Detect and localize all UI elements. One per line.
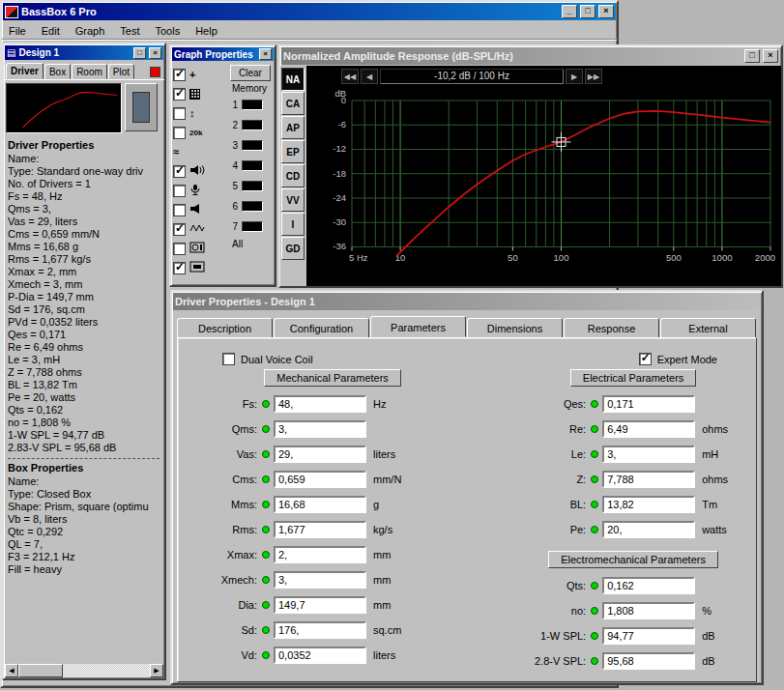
dialog-titlebar[interactable]: Driver Properties - Design 1 [173,293,761,310]
param-input-28v-spl[interactable] [602,652,695,670]
memory-swatch[interactable] [242,100,263,110]
memory-swatch[interactable] [242,221,263,232]
param-input-1w-spl[interactable] [602,627,695,645]
cursor-skip-left-icon[interactable]: ◀◀ [341,69,359,84]
close-icon[interactable]: × [149,47,161,59]
memory-swatch[interactable] [242,160,263,171]
graph-type-gd[interactable]: GD [281,237,305,260]
menu-test[interactable]: Test [120,25,139,36]
memory-swatch[interactable] [242,181,263,191]
plot-color-swatch[interactable] [150,67,160,77]
range-20k-checkbox[interactable] [173,127,186,139]
graphprops-titlebar[interactable]: Graph Properties × [172,47,274,61]
memory-slot[interactable]: 3 [230,135,263,156]
param-input-dia[interactable] [274,596,366,614]
param-input-le[interactable] [602,446,695,463]
memory-swatch[interactable] [242,120,263,130]
graph-type-vv[interactable]: VV [281,188,305,212]
maximize-icon[interactable]: □ [580,5,595,18]
param-input-vd[interactable] [274,647,366,664]
param-input-re[interactable] [602,420,695,438]
speaker-port-checkbox[interactable] [173,243,186,255]
memory-slot[interactable]: 1 [230,95,263,115]
param-input-vas[interactable] [274,446,366,463]
speaker-alt-checkbox[interactable] [173,204,186,216]
microphone-checkbox[interactable] [173,185,186,197]
param-input-qes[interactable] [602,395,695,413]
graph-type-cd[interactable]: CD [281,164,305,187]
response-thumbnail[interactable] [6,83,122,133]
param-input-xmech[interactable] [274,571,366,589]
tab-room[interactable]: Room [72,64,107,79]
graph-type-ep[interactable]: EP [281,140,305,163]
memory-slot[interactable]: 4 [230,156,263,176]
param-input-pe[interactable] [602,521,695,538]
tab-box[interactable]: Box [44,64,71,79]
fit-vertical-checkbox[interactable] [173,107,186,120]
tab-plot[interactable]: Plot [108,64,134,79]
smoothing-icon[interactable]: ≈ [173,147,179,158]
grid-checkbox[interactable] [173,88,186,101]
graph-type-na[interactable]: NA [281,68,305,91]
memory-slot[interactable]: 2 [230,115,263,135]
dual-voice-coil-checkbox[interactable] [222,353,235,365]
graph-type-ap[interactable]: AP [281,116,305,139]
tab-dimensions[interactable]: Dimensions [467,318,563,339]
response-chart[interactable]: 0-6-12-18-24-30-36dB5 Hz1050100500100020… [307,87,780,284]
expert-mode-option[interactable]: Expert Mode [639,353,717,365]
close-icon[interactable]: × [259,48,272,60]
memory-slot[interactable]: 7 [230,216,263,237]
impedance-checkbox[interactable] [173,223,186,236]
param-input-sd[interactable] [274,621,366,639]
param-input-no[interactable] [602,602,695,619]
graph-type-ca[interactable]: CA [281,92,305,115]
param-input-fs[interactable] [274,395,366,413]
tab-driver[interactable]: Driver [6,63,44,79]
expert-mode-checkbox[interactable] [639,353,652,365]
dock-icon[interactable]: □ [133,47,146,59]
menu-graph[interactable]: Graph [75,25,105,36]
memory-swatch[interactable] [242,201,263,212]
graph-titlebar[interactable]: Normalized Amplitude Response (dB-SPL/Hz… [281,47,780,65]
tab-description[interactable]: Description [177,318,273,339]
close-icon[interactable]: × [598,5,614,18]
memory-slot[interactable]: 5 [230,176,263,196]
scroll-left-icon[interactable]: ◀ [5,664,18,677]
memory-swatch[interactable] [242,140,263,151]
tab-configuration[interactable]: Configuration [274,318,369,339]
menu-file[interactable]: File [9,25,26,36]
param-input-xmax[interactable] [274,546,366,563]
param-input-mms[interactable] [274,496,366,513]
param-input-z[interactable] [602,471,695,488]
clear-button[interactable]: Clear [230,65,271,81]
tab-external[interactable]: External [660,318,756,339]
restore-icon[interactable]: □ [744,49,760,63]
box-vent-checkbox[interactable] [173,262,186,274]
horizontal-scrollbar[interactable]: ◀ ▶ [5,664,163,677]
scroll-right-icon[interactable]: ▶ [150,664,163,677]
crosshair-checkbox[interactable] [173,69,186,81]
param-input-qms[interactable] [274,420,366,438]
param-input-bl[interactable] [602,496,695,513]
dual-voice-coil-option[interactable]: Dual Voice Coil [222,353,313,365]
scrollbar-thumb[interactable] [18,664,63,677]
memory-all-label[interactable]: All [232,239,243,249]
design-titlebar[interactable]: ▤ Design 1 □ × [5,45,163,60]
minimize-icon[interactable]: _ [562,5,577,18]
cursor-step-right-icon[interactable]: ▶ [566,69,583,84]
menu-help[interactable]: Help [195,25,218,36]
tab-parameters[interactable]: Parameters [370,316,466,337]
memory-slot[interactable]: 6 [230,196,263,216]
param-input-qts[interactable] [602,577,695,594]
cursor-skip-right-icon[interactable]: ▶▶ [585,69,602,84]
menu-tools[interactable]: Tools [155,25,180,36]
tab-response[interactable]: Response [564,318,659,339]
graph-type-i[interactable]: I [281,213,305,236]
close-icon[interactable]: × [763,49,778,63]
speaker-on-axis-checkbox[interactable] [173,165,186,178]
param-input-cms[interactable] [274,471,366,488]
cursor-step-left-icon[interactable]: ◀ [361,69,378,84]
menu-edit[interactable]: Edit [42,25,60,36]
param-input-rms[interactable] [274,521,366,538]
main-titlebar[interactable]: BassBox 6 Pro _ □ × [3,3,616,20]
